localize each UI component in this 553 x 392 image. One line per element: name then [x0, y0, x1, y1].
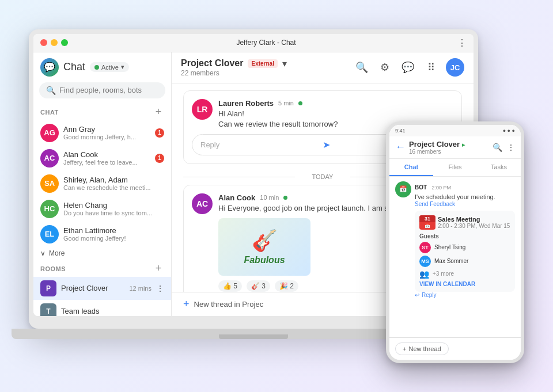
- external-badge: External: [248, 59, 277, 68]
- new-thread-label: New thread: [408, 345, 441, 352]
- chat-name: Ethan Lattimore: [63, 226, 164, 235]
- event-header: 31 📅 Sales Meeting 2:00 - 2:30 PM, Wed M…: [419, 215, 510, 230]
- room-title-text: Project Clover: [181, 58, 243, 68]
- gif-label: Fabulous: [244, 255, 285, 265]
- add-room-icon[interactable]: +: [153, 263, 164, 275]
- view-calendar-link[interactable]: VIEW IN CALENDAR: [419, 281, 510, 287]
- reaction-thumbs-up[interactable]: 👍 5: [218, 280, 242, 291]
- maximize-button[interactable]: [61, 39, 68, 46]
- online-indicator: [298, 101, 302, 105]
- apps-button[interactable]: ⠿: [423, 59, 439, 75]
- mobile-search-icon[interactable]: 🔍: [493, 143, 502, 152]
- mobile-time: 9:41: [395, 128, 406, 134]
- mobile-bot-name: BOT: [415, 184, 427, 191]
- mobile-header: ← Project Clover ▸ 16 members 🔍 ⋮: [389, 136, 521, 159]
- message-time: 10 min: [260, 194, 279, 201]
- window-menu-icon[interactable]: ⋮: [457, 37, 467, 48]
- chat-item-alan-cook[interactable]: AC Alan Cook Jeffery, feel free to leave…: [33, 146, 171, 171]
- title-bar: Jeffery Clark - Chat ⋮: [33, 34, 474, 52]
- room-title-chevron[interactable]: ▾: [282, 58, 287, 69]
- room-active-indicator: ▸: [462, 142, 465, 148]
- online-indicator: [283, 196, 287, 200]
- search-input[interactable]: [59, 86, 158, 94]
- active-status-badge[interactable]: Active ▾: [90, 62, 129, 72]
- room-name: Team leads: [61, 307, 164, 315]
- mobile-bot-message: 📅 BOT 2:00 PM I've scheduled your meetin…: [395, 181, 515, 298]
- minimize-button[interactable]: [51, 39, 58, 46]
- calendar-icon: 31 📅: [419, 215, 435, 230]
- chat-name: Ann Gray: [63, 125, 150, 134]
- chat-item-shirley[interactable]: SA Shirley, Alan, Adam Can we reschedule…: [33, 171, 171, 196]
- mobile-room-members: 16 members: [409, 149, 489, 155]
- add-chat-icon[interactable]: +: [153, 106, 164, 118]
- mobile-screen: 9:41 ● ● ● ← Project Clover ▸ 16 members…: [389, 125, 521, 360]
- tab-chat[interactable]: Chat: [389, 159, 433, 176]
- chat-name: Shirley, Alan, Adam: [63, 176, 164, 184]
- chat-name: Alan Cook: [63, 150, 150, 159]
- room-members-count: 22 members: [181, 69, 354, 77]
- tab-files[interactable]: Files: [433, 159, 477, 176]
- close-button[interactable]: [40, 39, 47, 46]
- new-thread-plus-icon: +: [183, 298, 190, 310]
- chat-section-header: CHAT +: [33, 103, 171, 120]
- room-item-team-leads[interactable]: T Team leads: [33, 300, 171, 316]
- settings-button[interactable]: ⚙: [377, 59, 393, 75]
- send-feedback-link[interactable]: Send Feedback: [415, 201, 515, 207]
- chat-preview: Good morning Jeffery, h...: [63, 134, 150, 140]
- mobile-reply-button[interactable]: ↩ Reply: [415, 292, 515, 298]
- chat-logo: 💬: [40, 58, 59, 77]
- plus-icon: +: [403, 345, 406, 352]
- more-guests-text: +3 more: [433, 271, 454, 277]
- room-icon: T: [40, 303, 56, 316]
- main-header: Project Clover External ▾ 22 members 🔍 ⚙…: [172, 52, 474, 83]
- chat-item-ethan[interactable]: EL Ethan Lattimore Good morning Jeffery!: [33, 222, 171, 247]
- avatar: AC: [40, 149, 59, 168]
- search-bar[interactable]: 🔍: [39, 82, 165, 98]
- mobile-new-thread-bar[interactable]: + New thread: [389, 337, 521, 360]
- chat-name: Helen Chang: [63, 201, 164, 210]
- avatar: HC: [40, 200, 59, 218]
- message-sender: Lauren Roberts: [218, 99, 274, 108]
- avatar: SA: [40, 174, 59, 193]
- chat-item-helen[interactable]: HC Helen Chang Do you have time to sync …: [33, 196, 171, 222]
- more-guests-row: 👥 +3 more: [419, 269, 510, 279]
- back-button[interactable]: ←: [395, 141, 406, 153]
- chat-preview: Jeffery, feel free to leave...: [63, 159, 150, 166]
- mobile-msg-content: BOT 2:00 PM I've scheduled your meeting.…: [415, 181, 515, 298]
- reaction-guitar[interactable]: 🎸 3: [247, 280, 270, 291]
- gif-image: 🎸 Fabulous: [218, 218, 310, 276]
- search-button[interactable]: 🔍: [354, 59, 370, 75]
- mobile-more-icon[interactable]: ⋮: [507, 143, 515, 152]
- reply-label: Reply: [422, 292, 437, 298]
- chat-preview: Good morning Jeffery!: [63, 235, 164, 242]
- tab-tasks[interactable]: Tasks: [477, 159, 521, 176]
- chat-panel-button[interactable]: 💬: [400, 59, 416, 75]
- mobile-tabs: Chat Files Tasks: [389, 159, 521, 177]
- avatar: EL: [40, 225, 59, 243]
- guitar-icon: 🎸: [252, 229, 278, 253]
- unread-badge: 1: [155, 128, 164, 138]
- more-guests-icon: 👥: [419, 269, 429, 279]
- room-icon: P: [40, 280, 56, 296]
- message-header: Lauren Roberts 5 min: [218, 99, 453, 108]
- more-chats-row[interactable]: ∨ More: [33, 247, 171, 260]
- room-item-project-clover[interactable]: P Project Clover 12 mins ⋮: [33, 277, 171, 300]
- message-sender: Alan Cook: [218, 193, 255, 202]
- chat-preview: Do you have time to sync tom...: [63, 210, 164, 216]
- header-icons: 🔍 ⚙ 💬 ⠿ JC: [354, 58, 464, 77]
- chat-item-ann-gray[interactable]: AG Ann Gray Good morning Jeffery, h... 1: [33, 120, 171, 146]
- mobile-title-area: Project Clover ▸ 16 members: [409, 140, 489, 155]
- room-time: 12 mins: [129, 285, 151, 292]
- mobile-bot-text: I've scheduled your meeting.: [415, 193, 515, 201]
- user-avatar[interactable]: JC: [446, 58, 464, 77]
- event-title: Sales Meeting: [438, 216, 510, 223]
- guest-avatar: MS: [419, 256, 431, 267]
- room-options-icon[interactable]: ⋮: [156, 284, 164, 293]
- event-time: 2:00 - 2:30 PM, Wed Mar 15: [438, 223, 510, 229]
- new-thread-button[interactable]: + New thread: [395, 342, 449, 355]
- reaction-party[interactable]: 🎉 2: [275, 280, 298, 291]
- active-dot: [94, 65, 99, 70]
- room-title-row: Project Clover External ▾: [181, 58, 354, 69]
- chevron-down-icon: ∨: [40, 249, 46, 257]
- mobile-status-icons: ● ● ●: [503, 128, 515, 134]
